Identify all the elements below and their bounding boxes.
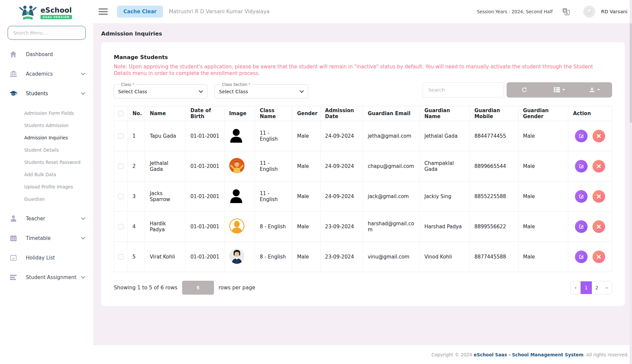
column-header-name[interactable]: Name [145, 106, 186, 121]
cell-image [224, 181, 255, 211]
profile-photo-avatar [229, 158, 245, 173]
sidebar-item-student-details[interactable]: Student Details [0, 144, 93, 156]
column-header-dob[interactable]: Date of Birth [185, 106, 224, 121]
row-checkbox[interactable] [118, 194, 123, 199]
select-all-checkbox[interactable] [118, 111, 123, 116]
cartoon-suit-avatar [229, 249, 245, 264]
edit-button[interactable] [575, 160, 588, 173]
close-icon [597, 225, 601, 229]
delete-button[interactable] [593, 160, 605, 173]
user-avatar[interactable] [583, 6, 595, 18]
edit-button[interactable] [575, 190, 588, 203]
class-select[interactable]: Select Class [118, 89, 203, 94]
sidebar-item-timetable[interactable]: Timetable [0, 228, 93, 248]
scrollbar-thumb[interactable] [630, 23, 632, 123]
orange-outline-avatar [229, 218, 245, 234]
sidebar-item-teacher[interactable]: Teacher [0, 209, 93, 228]
sidebar-item-academics[interactable]: Academics [0, 64, 93, 84]
delete-button[interactable] [593, 130, 605, 142]
column-header-guardian-email[interactable]: Guardian Email [363, 106, 420, 121]
graduation-cap-icon [9, 91, 17, 97]
sidebar: eSchool SAAS VERSION Dashboard Academics [0, 0, 93, 364]
sidebar-item-dashboard[interactable]: Dashboard [0, 44, 93, 64]
brand-name: eSchool [40, 6, 72, 14]
export-button[interactable] [577, 82, 612, 98]
column-header-gender[interactable]: Gender [292, 106, 320, 121]
edit-button[interactable] [575, 251, 588, 263]
hamburger-menu-icon[interactable] [99, 8, 108, 15]
app-logo[interactable]: eSchool SAAS VERSION [0, 0, 93, 23]
cell-guardian-name: Champaklal Gada [420, 151, 470, 181]
cell-guardian-mobile: 8855225588 [469, 181, 518, 211]
svg-text:A: A [564, 9, 566, 12]
refresh-button[interactable] [507, 82, 542, 98]
column-header-no[interactable]: No. [128, 106, 145, 121]
manage-students-card: Manage Students Note: Upon approving the… [101, 42, 625, 306]
cell-guardian-gender: Male [518, 181, 568, 211]
sidebar-item-admission-form-fields[interactable]: Admission Form Fields [0, 107, 93, 119]
footer-brand-link[interactable]: eSchool Saas - School Management System [474, 352, 584, 357]
sidebar-item-students-admission[interactable]: Students Admission [0, 119, 93, 131]
column-header-action[interactable]: Action [568, 106, 612, 121]
cell-dob: 01-01-2001 [185, 121, 224, 151]
column-header-admission-date[interactable]: Admission Date [320, 106, 363, 121]
class-section-select[interactable]: Select Class [219, 89, 304, 94]
cell-guardian-email: chapu@gmail.com [363, 151, 420, 181]
delete-button[interactable] [593, 251, 605, 263]
pagination: ‹ 1 2 › [570, 281, 612, 294]
school-name: Matrushri R D Varsani Kumar Vidyalaya [169, 9, 270, 15]
cell-no: 1 [128, 121, 145, 151]
row-checkbox[interactable] [118, 224, 123, 229]
edit-button[interactable] [575, 220, 588, 233]
sidebar-item-add-bulk-data[interactable]: Add Bulk Data [0, 168, 93, 181]
user-name[interactable]: RD Varsani [601, 9, 627, 14]
sidebar-item-upload-profile-images[interactable]: Upload Profile Images [0, 181, 93, 193]
edit-icon [579, 224, 584, 229]
cell-guardian-mobile: 8899665544 [469, 151, 518, 181]
delete-button[interactable] [593, 190, 605, 203]
export-icon [589, 87, 595, 93]
sidebar-item-student-assignment[interactable]: Student Assignment [0, 267, 93, 287]
cell-name: Hardik Padya [145, 211, 186, 242]
cell-class-name: 11 - English [255, 121, 292, 151]
cell-class-name: 8 - English [255, 211, 292, 242]
chevron-down-icon [81, 91, 85, 95]
column-header-guardian-name[interactable]: Guardian Name [420, 106, 470, 121]
sidebar-item-students-reset-password[interactable]: Students Reset Password [0, 156, 93, 168]
topbar-right: Session Years : 2024, Second Half A RD V… [477, 6, 627, 18]
translate-icon[interactable]: A [562, 8, 570, 16]
pagination-page-2[interactable]: 2 [592, 281, 602, 294]
column-header-guardian-gender[interactable]: Guardian Gender [518, 106, 568, 121]
brand-block: eSchool SAAS VERSION [40, 6, 72, 19]
column-header-class-name[interactable]: Class Name [255, 106, 292, 121]
page-size-dropdown[interactable]: 5 [182, 281, 214, 295]
sidebar-item-admission-inquiries[interactable]: Admission Inquiries [0, 131, 93, 144]
sidebar-item-holiday-list[interactable]: Holiday List [0, 248, 93, 267]
chevron-down-icon [300, 89, 304, 93]
sidebar-search-input[interactable] [8, 26, 86, 40]
sidebar-item-label: Academics [26, 71, 53, 77]
columns-button[interactable] [542, 82, 577, 98]
sidebar-item-students[interactable]: Students [0, 84, 93, 103]
row-checkbox[interactable] [118, 133, 123, 139]
column-header-image[interactable]: Image [224, 106, 255, 121]
scrollbar-track[interactable] [630, 0, 632, 364]
edit-icon [579, 254, 584, 259]
pagination-next-button[interactable]: › [602, 281, 612, 294]
sidebar-item-label: Student Assignment [26, 274, 76, 280]
sidebar-item-guardian[interactable]: Guardian [0, 193, 93, 205]
delete-button[interactable] [593, 220, 605, 233]
page-footer: Copyright © 2024 eSchool Saas - School M… [93, 345, 632, 364]
row-checkbox[interactable] [118, 164, 123, 169]
column-header-guardian-mobile[interactable]: Guardian Mobile [469, 106, 518, 121]
cell-guardian-email: harshad@gmail.com [363, 211, 420, 242]
table-search-input[interactable] [423, 82, 504, 98]
cell-guardian-email: vinu@gmail.com [363, 242, 420, 272]
chevron-down-icon [81, 71, 85, 75]
cache-clear-button[interactable]: Cache Clear [117, 6, 163, 18]
row-checkbox[interactable] [118, 254, 123, 259]
edit-button[interactable] [575, 130, 588, 142]
pagination-page-1[interactable]: 1 [581, 281, 592, 294]
bank-icon [9, 71, 17, 77]
pagination-prev-button[interactable]: ‹ [571, 281, 581, 294]
